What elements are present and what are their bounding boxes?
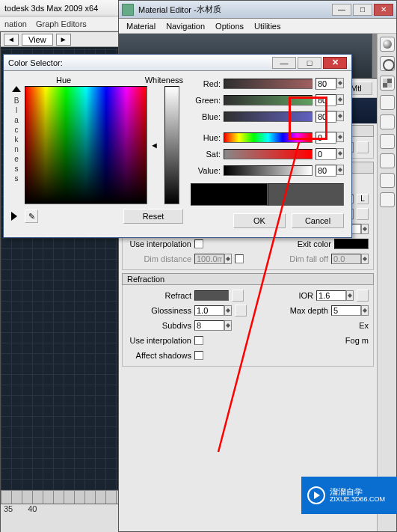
red-slider[interactable]	[224, 79, 313, 89]
refl-use-interpolation-label: Use interpolation	[127, 239, 191, 248]
menu-options[interactable]: Options	[215, 22, 244, 31]
eyedropper-button[interactable]: ✎	[25, 210, 38, 223]
refl-use-interpolation-checkbox[interactable]	[194, 239, 203, 248]
whiteness-heading: Whiteness	[145, 76, 183, 85]
cs-close-button[interactable]: ✕	[323, 57, 347, 69]
view-prev-button[interactable]: ◄	[4, 34, 19, 46]
cs-minimize-button[interactable]: —	[272, 57, 296, 69]
menu-utilities[interactable]: Utilities	[254, 22, 280, 31]
green-spinner[interactable]	[336, 94, 344, 105]
value-label: Value:	[191, 166, 221, 175]
hue-slider[interactable]	[224, 132, 313, 143]
blackness-pointer-icon	[12, 86, 21, 92]
dim-distance-label: Dim distance	[127, 254, 191, 263]
blue-input[interactable]	[316, 111, 336, 123]
video-check-icon[interactable]	[380, 114, 395, 129]
material-editor-titlebar[interactable]: Material Editor - 水材质 — □ ✕	[119, 1, 396, 19]
material-map-navigator-icon[interactable]	[380, 192, 395, 207]
refract-ior-label: IOR	[298, 291, 313, 300]
view-next-button[interactable]: ►	[56, 34, 71, 46]
refract-label: Refract	[127, 291, 191, 300]
roughness-map-button[interactable]	[357, 141, 369, 153]
cancel-button[interactable]: Cancel	[292, 213, 344, 228]
refract-exit-label: Ex	[359, 321, 369, 330]
ok-button[interactable]: OK	[233, 213, 286, 228]
watermark-sub: ZIXUE.3D66.COM	[330, 496, 385, 504]
hue-picker[interactable]	[25, 86, 147, 204]
refract-subdivs-label: Subdivs	[127, 321, 191, 330]
blue-label: Blue:	[191, 112, 221, 121]
affect-shadows-checkbox[interactable]	[194, 351, 203, 360]
blue-spinner[interactable]	[336, 111, 344, 121]
app-title: todesk 3ds Max 2009 x64	[4, 4, 98, 13]
backlight-icon[interactable]	[380, 56, 395, 71]
green-slider[interactable]	[224, 95, 313, 106]
refract-maxdepth-label: Max depth	[290, 306, 328, 315]
options-icon[interactable]	[380, 153, 395, 168]
view-label[interactable]: View	[22, 34, 53, 46]
timeline-frame-40: 40	[28, 504, 37, 513]
play-icon	[307, 486, 325, 504]
maximize-button[interactable]: □	[353, 4, 372, 16]
value-slider[interactable]	[224, 165, 313, 176]
refract-map-button[interactable]	[232, 290, 244, 302]
hue-heading: Hue	[56, 76, 71, 85]
menu-graph-editors[interactable]: Graph Editors	[36, 19, 87, 28]
sat-slider[interactable]	[224, 149, 313, 159]
red-input[interactable]	[316, 78, 336, 90]
material-editor-title-prefix: Material Editor -	[138, 5, 197, 14]
refract-subdivs-input[interactable]	[194, 320, 224, 331]
sat-spinner[interactable]	[336, 148, 344, 159]
dim-distance-checkbox[interactable]	[235, 254, 244, 263]
value-spinner[interactable]	[336, 165, 344, 175]
whiteness-slider[interactable]	[164, 86, 179, 204]
green-label: Green:	[191, 96, 221, 105]
hue-label: Hue:	[191, 133, 221, 142]
background-icon[interactable]	[380, 76, 395, 91]
sat-input[interactable]	[316, 148, 336, 160]
new-color-swatch[interactable]	[268, 183, 345, 206]
refract-use-interpolation-checkbox[interactable]	[194, 336, 203, 345]
refract-ior-input[interactable]	[316, 290, 346, 301]
color-preview	[191, 183, 344, 206]
timeline[interactable]: 35 40	[1, 490, 120, 532]
refract-glossiness-label: Glossiness	[127, 306, 191, 315]
red-spinner[interactable]	[336, 78, 344, 88]
sample-type-icon[interactable]	[380, 37, 395, 52]
red-label: Red:	[191, 79, 221, 88]
material-editor-menu[interactable]: Material Navigation Options Utilities	[119, 19, 396, 34]
exit-color-swatch[interactable]	[334, 239, 369, 249]
make-preview-icon[interactable]	[380, 134, 395, 149]
refract-maxdepth-input[interactable]	[331, 305, 361, 316]
color-selector-titlebar[interactable]: Color Selector: — □ ✕	[4, 55, 351, 71]
menu-customize[interactable]: nation	[4, 19, 27, 28]
select-by-material-icon[interactable]	[380, 173, 395, 188]
color-selector-title: Color Selector:	[8, 58, 63, 67]
exit-color-label: Exit color	[298, 239, 331, 248]
rollout-refraction: Refraction Refract IOR Glossiness	[122, 273, 374, 367]
blue-slider[interactable]	[224, 111, 313, 122]
timeline-frame-35: 35	[4, 504, 13, 513]
material-editor-title: 水材质	[197, 4, 221, 15]
timeline-ruler[interactable]	[1, 491, 120, 504]
hue-input[interactable]	[316, 132, 336, 144]
reset-button[interactable]: Reset	[123, 209, 183, 224]
hue-spinner[interactable]	[336, 132, 344, 142]
value-input[interactable]	[316, 165, 336, 177]
menu-material[interactable]: Material	[126, 22, 156, 31]
refract-glossiness-input[interactable]	[194, 305, 224, 316]
sat-label: Sat:	[191, 150, 221, 159]
rollout-refraction-header[interactable]: Refraction	[122, 273, 374, 285]
green-input[interactable]	[316, 94, 336, 106]
cs-maximize-button[interactable]: □	[298, 57, 321, 69]
fresnel-lock-button[interactable]: L	[357, 194, 369, 204]
blackness-label: Blackness	[13, 97, 21, 184]
minimize-button[interactable]: —	[332, 4, 351, 16]
close-button[interactable]: ✕	[374, 4, 393, 16]
refract-color-swatch[interactable]	[194, 290, 229, 301]
sample-uv-icon[interactable]	[380, 95, 395, 110]
menu-navigation[interactable]: Navigation	[166, 22, 205, 31]
old-color-swatch[interactable]	[191, 183, 268, 206]
material-editor-icon	[122, 4, 134, 16]
pointer-icon	[11, 212, 17, 221]
